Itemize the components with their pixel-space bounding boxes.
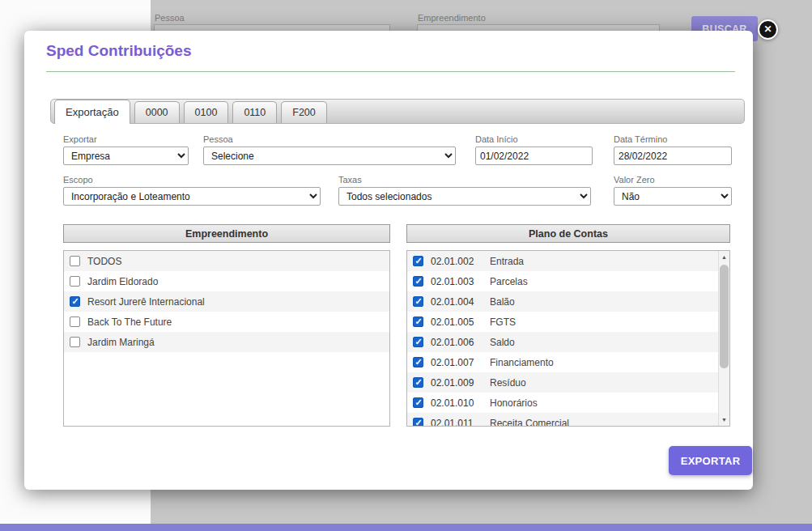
plano-item-code: 02.01.009: [431, 377, 490, 389]
plano-item-label: FGTS: [490, 316, 516, 328]
empreendimento-item[interactable]: TODOS: [64, 251, 389, 271]
plano-item[interactable]: 02.01.010 Honorários: [407, 393, 718, 413]
escopo-select[interactable]: Incorporação e Loteamento: [63, 187, 321, 206]
checkbox[interactable]: [413, 377, 423, 388]
footer-strip: [0, 524, 812, 531]
plano-item-label: Resíduo: [490, 377, 526, 389]
plano-de-contas-list: 02.01.002 Entrada 02.01.003 Parcelas 02.…: [406, 250, 730, 427]
data-inicio-field-group: Data Início: [475, 134, 593, 165]
valor-zero-select[interactable]: Não: [614, 187, 732, 206]
plano-item[interactable]: 02.01.007 Financiamento: [407, 352, 718, 372]
plano-item-label: Honorários: [490, 397, 538, 409]
plano-item-code: 02.01.006: [431, 337, 490, 348]
escopo-field-group: Escopo Incorporação e Loteamento: [63, 175, 321, 206]
data-termino-input[interactable]: [614, 147, 732, 165]
tab-f200[interactable]: F200: [281, 101, 327, 123]
modal-title: Sped Contribuições: [46, 42, 191, 60]
scrollbar-thumb[interactable]: [720, 265, 729, 368]
empreendimento-item-label: Jardim Eldorado: [87, 276, 158, 287]
scrollbar-track[interactable]: [719, 263, 729, 414]
plano-item-code: 02.01.010: [431, 397, 490, 409]
plano-item-code: 02.01.002: [431, 256, 490, 267]
plano-de-contas-panel-header: Plano de Contas: [406, 224, 730, 243]
tab-0110[interactable]: 0110: [232, 101, 277, 123]
empreendimento-item-label: Resort Jurerê Internacional: [87, 296, 205, 308]
taxas-select[interactable]: Todos selecionados: [338, 187, 591, 206]
checkbox[interactable]: [413, 276, 423, 287]
taxas-label: Taxas: [338, 175, 591, 185]
pessoa-select[interactable]: Selecione: [203, 147, 456, 165]
exportar-select[interactable]: Empresa: [63, 147, 189, 165]
data-inicio-label: Data Início: [475, 134, 593, 144]
data-inicio-input[interactable]: [475, 147, 593, 165]
plano-item[interactable]: 02.01.011 Receita Comercial: [407, 413, 718, 426]
checkbox[interactable]: [70, 256, 80, 266]
checkbox[interactable]: [413, 337, 423, 347]
plano-item-code: 02.01.004: [431, 296, 490, 308]
bg-pessoa-label: Pessoa: [155, 13, 185, 23]
checkbox[interactable]: [413, 357, 423, 367]
checkbox[interactable]: [413, 418, 423, 426]
title-divider: [46, 71, 735, 72]
plano-item-code: 02.01.003: [431, 276, 490, 287]
checkbox[interactable]: [70, 337, 80, 347]
scroll-up-icon[interactable]: ▲: [719, 251, 729, 263]
plano-item[interactable]: 02.01.005 FGTS: [407, 312, 718, 332]
plano-item-label: Entrada: [490, 256, 524, 267]
plano-item[interactable]: 02.01.009 Resíduo: [407, 372, 718, 393]
checkbox[interactable]: [413, 256, 423, 266]
plano-item-label: Receita Comercial: [490, 418, 569, 427]
tab-exportacao[interactable]: Exportação: [54, 100, 130, 124]
plano-item-label: Saldo: [490, 337, 515, 348]
pessoa-label: Pessoa: [203, 134, 456, 144]
plano-item-code: 02.01.011: [431, 418, 490, 427]
plano-item-label: Balão: [490, 296, 515, 308]
plano-item-label: Financiamento: [490, 357, 554, 368]
plano-item-code: 02.01.007: [431, 357, 490, 368]
plano-item[interactable]: 02.01.004 Balão: [407, 291, 718, 312]
checkbox[interactable]: [413, 316, 423, 327]
empreendimento-panel-header: Empreendimento: [63, 224, 390, 243]
tab-strip: Exportação 0000 0100 0110 F200: [50, 99, 745, 124]
empreendimento-item-label: Back To The Future: [87, 316, 172, 328]
pessoa-field-group: Pessoa Selecione: [203, 134, 456, 165]
bg-empreendimento-label: Empreendimento: [418, 13, 486, 23]
sped-contribuicoes-modal: Sped Contribuições Exportação 0000 0100 …: [24, 31, 753, 490]
taxas-field-group: Taxas Todos selecionados: [338, 175, 591, 206]
checkbox[interactable]: [70, 276, 80, 287]
plano-item[interactable]: 02.01.002 Entrada: [407, 251, 718, 271]
valor-zero-label: Valor Zero: [614, 175, 732, 185]
data-termino-field-group: Data Término: [614, 134, 732, 165]
empreendimento-item[interactable]: Resort Jurerê Internacional: [64, 291, 389, 312]
checkbox[interactable]: [413, 397, 423, 408]
valor-zero-field-group: Valor Zero Não: [614, 175, 732, 206]
close-icon[interactable]: ✕: [758, 19, 778, 40]
empreendimento-item-label: TODOS: [87, 256, 121, 267]
exportar-field-group: Exportar Empresa: [63, 134, 189, 165]
empreendimento-item[interactable]: Back To The Future: [64, 312, 389, 332]
tab-0000[interactable]: 0000: [134, 101, 180, 123]
empreendimento-item-label: Jardim Maringá: [87, 337, 155, 348]
scrollbar[interactable]: ▲ ▼: [718, 251, 729, 426]
checkbox[interactable]: [70, 296, 80, 307]
empreendimento-item[interactable]: Jardim Eldorado: [64, 271, 389, 291]
tab-0100[interactable]: 0100: [184, 101, 229, 123]
scroll-down-icon[interactable]: ▼: [719, 414, 729, 426]
exportar-label: Exportar: [63, 134, 189, 144]
plano-item-label: Parcelas: [490, 276, 528, 287]
plano-rows: 02.01.002 Entrada 02.01.003 Parcelas 02.…: [407, 251, 718, 426]
empreendimento-item[interactable]: Jardim Maringá: [64, 332, 389, 352]
exportar-button[interactable]: EXPORTAR: [669, 446, 752, 475]
checkbox[interactable]: [70, 316, 80, 327]
plano-item-code: 02.01.005: [431, 316, 490, 328]
escopo-label: Escopo: [63, 175, 321, 185]
data-termino-label: Data Término: [614, 134, 732, 144]
empreendimento-list: TODOS Jardim Eldorado Resort Jurerê Inte…: [63, 250, 390, 427]
plano-item[interactable]: 02.01.006 Saldo: [407, 332, 718, 352]
checkbox[interactable]: [413, 296, 423, 307]
plano-item[interactable]: 02.01.003 Parcelas: [407, 271, 718, 291]
